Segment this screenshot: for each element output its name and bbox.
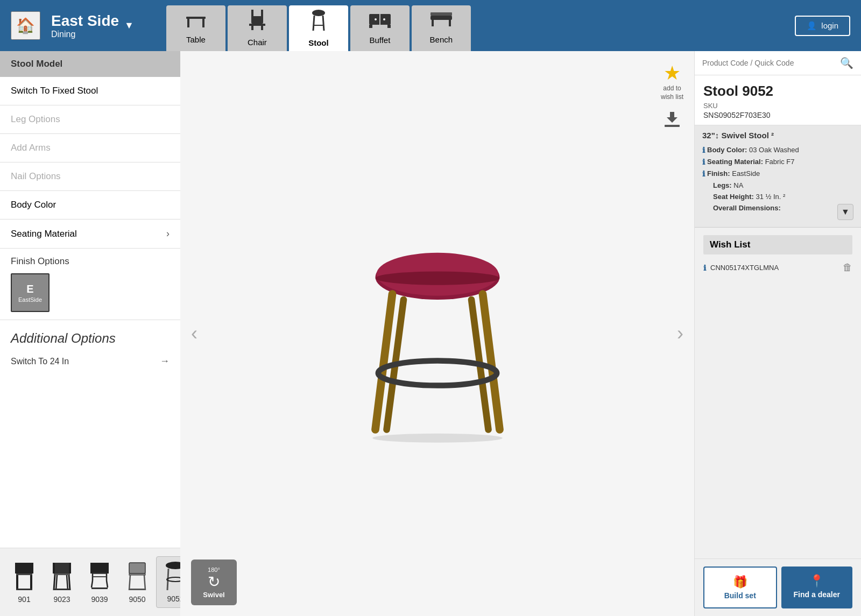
brand-area[interactable]: East Side Dining ▼ [51, 12, 134, 39]
svg-line-11 [323, 16, 324, 31]
tab-bench[interactable]: Bench [412, 5, 471, 51]
thumb-9039[interactable]: 9039 [81, 557, 118, 608]
chair-icon [248, 10, 266, 34]
product-view: ★ add towish list ‹ › [180, 51, 694, 616]
spec-row-overall: Overall Dimensions: ▼ [702, 202, 853, 222]
swivel-button[interactable]: 180° ↻ Swivel [191, 560, 237, 605]
sidebar-item-nail-options: Nail Options [0, 162, 180, 191]
main-content: Stool Model Switch To Fixed Stool Leg Op… [0, 51, 861, 616]
home-button[interactable]: 🏠 [11, 11, 40, 40]
spec-seating: Seating Material: Fabric F7 [707, 158, 795, 166]
finish-swatch-name: EastSide [18, 296, 42, 303]
wishlist-item: ℹ CNN05174XTGLMNA 🗑 [703, 260, 852, 275]
build-set-button[interactable]: 🎁 Build set [703, 567, 777, 608]
spec-body-color: Body Color: 03 Oak Washed [707, 146, 799, 154]
thumb-9050[interactable]: 9050 [118, 557, 156, 608]
nav-arrow-left[interactable]: ‹ [186, 317, 203, 350]
tab-table-label: Table [186, 35, 206, 44]
build-set-icon: 🎁 [733, 575, 747, 589]
svg-line-53 [129, 575, 130, 590]
tab-chair[interactable]: Chair [228, 5, 287, 51]
tab-bench-label: Bench [430, 35, 453, 44]
spec-finish-info-icon: ℹ [702, 169, 705, 178]
spec-row-seat-height: Seat Height: 31 ½ In. ² [702, 191, 853, 202]
svg-point-70 [372, 434, 503, 443]
svg-rect-14 [369, 25, 372, 28]
thumb-901-label: 901 [18, 595, 30, 604]
svg-rect-19 [430, 16, 452, 20]
finish-section: Finish Options E EastSide [0, 249, 180, 320]
svg-line-10 [313, 16, 314, 31]
sidebar: Stool Model Switch To Fixed Stool Leg Op… [0, 51, 180, 616]
scroll-down-button[interactable]: ▼ [837, 204, 853, 220]
svg-point-64 [375, 272, 499, 285]
svg-point-18 [383, 18, 385, 20]
finish-swatch[interactable]: E EastSide [11, 273, 50, 312]
sidebar-item-body-color[interactable]: Body Color [0, 191, 180, 220]
sidebar-item-switch-fixed[interactable]: Switch To Fixed Stool [0, 77, 180, 105]
wish-star-icon: ★ [661, 62, 683, 84]
svg-rect-51 [129, 563, 145, 573]
sku-value: SNS09052F703E30 [703, 111, 852, 119]
svg-rect-22 [430, 12, 452, 16]
tab-stool[interactable]: Stool [289, 5, 348, 51]
sidebar-item-seating-material[interactable]: Seating Material › [0, 220, 180, 249]
thumb-9052[interactable]: 9052 [156, 556, 180, 608]
svg-rect-41 [107, 563, 109, 573]
tab-buffet[interactable]: Buffet [350, 5, 410, 51]
wishlist-info-icon: ℹ [703, 264, 706, 272]
thumb-901[interactable]: 901 [5, 557, 43, 608]
svg-line-34 [54, 575, 55, 590]
product-title-area: Stool 9052 SKU SNS09052F703E30 [695, 75, 861, 125]
finish-options-label: Finish Options [11, 256, 170, 267]
brand-sub: Dining [51, 30, 119, 39]
thumb-9023[interactable]: 9023 [43, 557, 81, 608]
nav-arrow-right[interactable]: › [672, 317, 689, 350]
delete-wishlist-item-button[interactable]: 🗑 [843, 262, 852, 273]
svg-rect-32 [69, 563, 71, 573]
login-button[interactable]: 👤 login [795, 16, 850, 36]
additional-options-title: Additional Options [11, 331, 170, 346]
svg-rect-21 [449, 20, 451, 26]
search-bar: 🔍 [695, 51, 861, 75]
download-button[interactable] [662, 110, 682, 133]
search-icon[interactable]: 🔍 [840, 56, 853, 69]
svg-line-54 [144, 575, 145, 590]
thumb-9050-label: 9050 [129, 595, 145, 604]
svg-line-49 [91, 580, 93, 587]
additional-item-arrow-icon: → [160, 356, 170, 367]
svg-rect-27 [16, 575, 18, 590]
svg-rect-5 [261, 10, 263, 17]
wishlist-star-area[interactable]: ★ add towish list [661, 62, 683, 101]
svg-rect-3 [251, 16, 263, 24]
thumb-901-icon [12, 562, 37, 593]
svg-rect-33 [54, 573, 70, 575]
svg-point-59 [167, 577, 180, 582]
svg-rect-48 [91, 587, 108, 589]
svg-rect-40 [90, 563, 93, 573]
svg-line-36 [56, 575, 57, 590]
thumb-9023-icon [50, 562, 74, 593]
user-icon: 👤 [807, 21, 817, 31]
svg-rect-15 [387, 25, 391, 28]
spec-info-icon: ℹ [702, 146, 705, 154]
search-input[interactable] [702, 59, 836, 67]
stool-icon [311, 9, 326, 35]
additional-options: Additional Options Switch To 24 In → [0, 320, 180, 548]
tab-chair-label: Chair [248, 38, 267, 47]
find-dealer-button[interactable]: 📍 Find a dealer [781, 567, 853, 608]
svg-rect-60 [665, 125, 680, 127]
nail-options-label: Nail Options [11, 171, 61, 182]
additional-item-24in[interactable]: Switch To 24 In → [11, 353, 170, 369]
swivel-icon: ↻ [208, 573, 220, 591]
thumb-9039-icon [87, 562, 112, 593]
svg-rect-30 [54, 563, 70, 573]
svg-rect-29 [16, 589, 32, 590]
tab-table[interactable]: Table [166, 5, 225, 51]
find-dealer-label: Find a dealer [794, 590, 840, 599]
header: 🏠 East Side Dining ▼ Table Chair Sto [0, 0, 861, 51]
product-title: Stool 9052 [703, 83, 852, 100]
build-set-label: Build set [724, 591, 756, 600]
thumb-9050-icon [125, 562, 150, 593]
wishlist-section: Wish List ℹ CNN05174XTGLMNA 🗑 [695, 228, 861, 558]
